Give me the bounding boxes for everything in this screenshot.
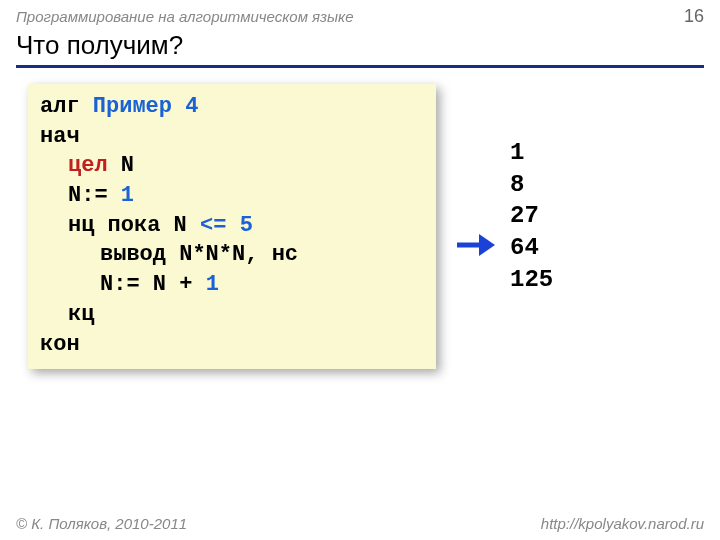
- footer: © К. Поляков, 2010-2011 http://kpolyakov…: [16, 515, 704, 532]
- code-line-9: кон: [40, 330, 424, 360]
- kw-nach: нач: [40, 124, 80, 149]
- output-block: 1 8 27 64 125: [510, 137, 553, 295]
- kw-vyvod: вывод N*N*N, нс: [100, 242, 298, 267]
- page-number: 16: [684, 6, 704, 27]
- assign-lhs-2: N:= N: [100, 272, 166, 297]
- code-line-1: алг Пример 4: [40, 92, 424, 122]
- num-1b: 1: [206, 272, 219, 297]
- svg-marker-1: [479, 234, 495, 256]
- subject-label: Программирование на алгоритмическом язык…: [16, 8, 354, 25]
- kw-alg: алг: [40, 94, 93, 119]
- kw-nts-poka: нц пока N: [68, 213, 200, 238]
- output-line-3: 27: [510, 200, 553, 232]
- output-line-2: 8: [510, 169, 553, 201]
- slide-title: Что получим?: [16, 30, 704, 68]
- code-line-6: вывод N*N*N, нс: [40, 240, 424, 270]
- output-line-5: 125: [510, 264, 553, 296]
- output-line-4: 64: [510, 232, 553, 264]
- op-plus: +: [166, 272, 206, 297]
- op-le: <=: [200, 213, 240, 238]
- code-line-5: нц пока N <= 5: [40, 211, 424, 241]
- code-line-7: N:= N + 1: [40, 270, 424, 300]
- output-line-1: 1: [510, 137, 553, 169]
- copyright: © К. Поляков, 2010-2011: [16, 515, 187, 532]
- code-line-2: нач: [40, 122, 424, 152]
- top-bar: Программирование на алгоритмическом язык…: [16, 6, 704, 27]
- code-line-4: N:= 1: [40, 181, 424, 211]
- assign-lhs-1: N:=: [68, 183, 121, 208]
- algo-name: Пример 4: [93, 94, 199, 119]
- kw-kts: кц: [68, 302, 94, 327]
- code-block: алг Пример 4 нач цел N N:= 1 нц пока N <…: [28, 84, 436, 369]
- arrow-right-icon: [455, 230, 495, 260]
- kw-tsel: цел: [68, 153, 121, 178]
- num-5: 5: [240, 213, 253, 238]
- code-line-8: кц: [40, 300, 424, 330]
- site-url: http://kpolyakov.narod.ru: [541, 515, 704, 532]
- num-1a: 1: [121, 183, 134, 208]
- code-line-3: цел N: [40, 151, 424, 181]
- var-n-1: N: [121, 153, 134, 178]
- kw-kon: кон: [40, 332, 80, 357]
